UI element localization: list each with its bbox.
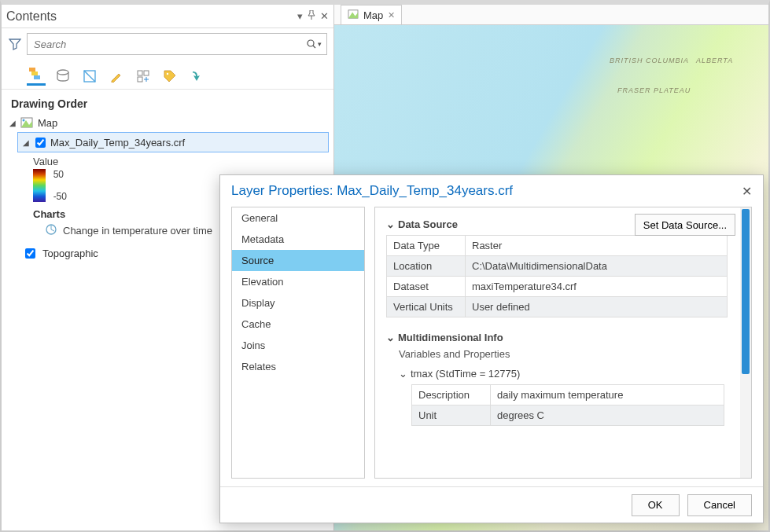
table-row: Data TypeRaster xyxy=(387,236,728,256)
list-by-labeling-icon[interactable] xyxy=(160,67,179,86)
search-box[interactable]: ▾ xyxy=(27,33,327,55)
layer-properties-dialog: Layer Properties: Max_Daily_Temp_34years… xyxy=(219,174,764,523)
scrollbar-track[interactable] xyxy=(740,207,751,478)
ramp-max: 50 xyxy=(53,169,67,180)
chart-label: Change in temperature over time xyxy=(63,225,212,237)
svg-rect-4 xyxy=(34,75,40,79)
variables-label: Variables and Properties xyxy=(399,348,740,360)
list-by-data-source-icon[interactable] xyxy=(53,67,72,86)
set-data-source-button[interactable]: Set Data Source... xyxy=(635,214,735,236)
close-icon[interactable]: ✕ xyxy=(388,10,395,20)
filter-icon[interactable] xyxy=(8,37,22,51)
color-ramp xyxy=(33,169,46,202)
svg-rect-8 xyxy=(138,71,142,75)
multidimensional-header[interactable]: ⌄ Multidimensional Info xyxy=(386,332,740,343)
table-row: Descriptiondaily maximum temperature xyxy=(412,385,724,405)
table-row: Vertical UnitsUser defined xyxy=(387,297,728,317)
svg-rect-2 xyxy=(29,68,35,72)
svg-point-13 xyxy=(167,72,168,74)
svg-point-0 xyxy=(308,40,314,46)
layer-visibility-checkbox[interactable] xyxy=(35,138,46,148)
svg-line-7 xyxy=(84,71,95,82)
dialog-nav: General Metadata Source Elevation Displa… xyxy=(231,207,365,479)
tmax-header[interactable]: ⌄ tmax (StdTime = 12775) xyxy=(399,368,740,380)
nav-source[interactable]: Source xyxy=(232,250,364,271)
nav-display[interactable]: Display xyxy=(232,292,364,314)
svg-rect-10 xyxy=(138,77,142,82)
svg-rect-9 xyxy=(144,71,149,75)
nav-cache[interactable]: Cache xyxy=(232,314,364,335)
map-tabstrip: Map ✕ xyxy=(334,5,768,25)
list-by-editing-icon[interactable] xyxy=(107,67,126,86)
search-icon[interactable]: ▾ xyxy=(307,39,322,49)
map-icon xyxy=(348,9,359,21)
layer-label: Max_Daily_Temp_34years.crf xyxy=(50,137,185,149)
map-icon xyxy=(20,116,33,129)
pane-controls: ▾ ✕ xyxy=(297,10,329,22)
dialog-titlebar[interactable]: Layer Properties: Max_Daily_Temp_34years… xyxy=(220,175,763,207)
scrollbar-thumb[interactable] xyxy=(742,209,750,374)
nav-relates[interactable]: Relates xyxy=(232,356,364,377)
map-text: ALBERTA xyxy=(696,57,733,64)
search-input[interactable] xyxy=(32,38,307,51)
dropdown-icon[interactable]: ▾ xyxy=(297,10,303,22)
contents-header: Contents ▾ ✕ xyxy=(2,5,333,28)
ramp-min: -50 xyxy=(53,191,67,202)
drawing-order-header: Drawing Order xyxy=(2,90,333,113)
map-text: BRITISH COLUMBIA xyxy=(610,57,689,64)
svg-line-19 xyxy=(51,229,54,231)
nav-general[interactable]: General xyxy=(232,207,364,229)
nav-joins[interactable]: Joins xyxy=(232,335,364,356)
map-label: Map xyxy=(36,117,57,129)
cancel-button[interactable]: Cancel xyxy=(687,494,752,516)
ramp-labels: 50 -50 xyxy=(53,169,67,202)
topographic-label: Topographic xyxy=(42,248,98,259)
svg-line-1 xyxy=(313,46,315,48)
app-root: Contents ▾ ✕ ▾ xyxy=(0,0,770,532)
search-row: ▾ xyxy=(2,28,333,60)
close-icon[interactable]: ✕ xyxy=(320,10,329,22)
table-row: Unitdegrees C xyxy=(412,405,724,426)
topographic-checkbox[interactable] xyxy=(25,248,35,259)
svg-point-16 xyxy=(23,119,25,122)
list-by-snapping-icon[interactable] xyxy=(134,67,153,86)
dialog-body: General Metadata Source Elevation Displa… xyxy=(220,207,763,486)
list-by-drawing-order-icon[interactable] xyxy=(27,67,46,86)
ok-button[interactable]: OK xyxy=(632,494,680,516)
svg-point-5 xyxy=(57,70,68,75)
chevron-down-icon[interactable]: ⌄ xyxy=(399,368,407,380)
list-by-perspective-icon[interactable] xyxy=(187,67,206,86)
chevron-down-icon[interactable]: ⌄ xyxy=(386,218,395,230)
value-label: Value xyxy=(33,156,329,167)
chart-icon xyxy=(44,223,58,238)
map-tab[interactable]: Map ✕ xyxy=(341,5,402,24)
map-node[interactable]: ◢ Map xyxy=(6,113,329,132)
table-row: LocationC:\Data\MultidimensionalData xyxy=(387,256,728,277)
nav-elevation[interactable]: Elevation xyxy=(232,271,364,292)
contents-title: Contents xyxy=(6,9,57,24)
caret-icon[interactable]: ◢ xyxy=(21,138,31,147)
map-tab-label: Map xyxy=(363,9,383,21)
data-source-table: Data TypeRaster LocationC:\Data\Multidim… xyxy=(386,235,728,317)
tmax-table: Descriptiondaily maximum temperature Uni… xyxy=(411,384,724,426)
map-text: FRASER PLATEAU xyxy=(617,86,691,94)
dialog-content: Set Data Source... ⌄ Data Source Data Ty… xyxy=(374,207,752,479)
pin-icon[interactable] xyxy=(308,10,315,22)
list-by-selection-icon[interactable] xyxy=(80,67,99,86)
chevron-down-icon[interactable]: ⌄ xyxy=(386,332,395,343)
nav-metadata[interactable]: Metadata xyxy=(232,229,364,250)
contents-toolbar xyxy=(2,60,333,90)
layer-row-selected[interactable]: ◢ Max_Daily_Temp_34years.crf xyxy=(17,132,329,152)
tmax-section: ⌄ tmax (StdTime = 12775) Descriptiondail… xyxy=(399,368,740,426)
svg-rect-3 xyxy=(31,72,38,75)
close-icon[interactable]: ✕ xyxy=(742,184,752,199)
table-row: DatasetmaxiTemperature34.crf xyxy=(387,277,728,297)
dialog-title: Layer Properties: Max_Daily_Temp_34years… xyxy=(231,183,513,199)
caret-icon[interactable]: ◢ xyxy=(8,119,17,127)
dialog-footer: OK Cancel xyxy=(220,486,763,523)
